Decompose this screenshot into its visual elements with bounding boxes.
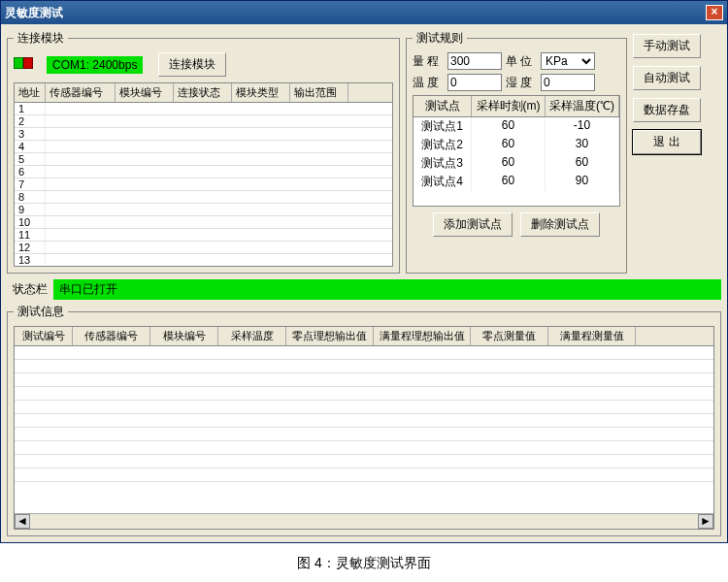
status-label: 状态栏 (7, 279, 53, 300)
column-header[interactable]: 采样温度(℃) (546, 96, 619, 116)
title-bar: 灵敏度测试 × (1, 1, 727, 24)
scroll-left-icon[interactable]: ◄ (15, 514, 30, 529)
save-data-button[interactable]: 数据存盘 (633, 98, 701, 122)
table-row[interactable]: 测试点46090 (414, 173, 619, 191)
module-grid-body[interactable]: 1234567891011121314 (15, 103, 392, 267)
port-status-icon (14, 57, 33, 72)
test-info-legend: 测试信息 (14, 304, 68, 320)
table-row[interactable]: 13 (15, 254, 392, 267)
column-header[interactable]: 零点理想输出值 (286, 327, 374, 345)
table-row[interactable] (15, 387, 713, 401)
status-bar: 串口已打开 (53, 279, 721, 300)
test-info-body[interactable] (15, 346, 713, 513)
table-row[interactable]: 11 (15, 229, 392, 242)
column-header[interactable]: 地址 (15, 83, 46, 102)
column-header[interactable]: 满量程理想输出值 (374, 327, 471, 345)
side-buttons: 手动测试 自动测试 数据存盘 退 出 (633, 30, 701, 274)
column-header[interactable]: 模块编号 (150, 327, 218, 345)
table-row[interactable] (15, 455, 713, 469)
window-frame: 灵敏度测试 × 连接模块 COM1: 2400bps 连接模块 地址传感器编号模… (0, 0, 728, 543)
table-row[interactable]: 9 (15, 204, 392, 216)
table-row[interactable]: 7 (15, 178, 392, 191)
column-header[interactable]: 输出范围 (290, 83, 348, 102)
figure-caption: 图 4：灵敏度测试界面 (0, 543, 728, 582)
humidity-label: 湿 度 (506, 75, 537, 91)
table-row[interactable]: 4 (15, 141, 392, 153)
scroll-right-icon[interactable]: ► (698, 514, 713, 529)
column-header[interactable]: 模块类型 (232, 83, 290, 102)
com-port-badge: COM1: 2400bps (47, 56, 143, 74)
table-row[interactable] (15, 360, 713, 373)
temp-input[interactable] (447, 74, 502, 91)
rules-legend: 测试规则 (413, 30, 467, 47)
module-grid[interactable]: 地址传感器编号模块编号连接状态模块类型输出范围 1234567891011121… (14, 82, 393, 267)
delete-testpoint-button[interactable]: 删除测试点 (520, 212, 600, 237)
table-row[interactable]: 6 (15, 166, 392, 178)
status-row: 状态栏 串口已打开 (7, 279, 721, 300)
add-testpoint-button[interactable]: 添加测试点 (433, 212, 513, 237)
column-header[interactable]: 测试点 (414, 96, 472, 116)
table-row[interactable]: 8 (15, 191, 392, 204)
auto-test-button[interactable]: 自动测试 (633, 66, 701, 90)
column-header[interactable]: 传感器编号 (73, 327, 150, 345)
range-label: 量 程 (413, 53, 444, 70)
table-row[interactable] (15, 441, 713, 455)
table-row[interactable] (15, 414, 713, 428)
test-info-group: 测试信息 测试编号传感器编号模块编号采样温度零点理想输出值满量程理想输出值零点测… (7, 304, 721, 536)
column-header[interactable]: 采样温度 (218, 327, 286, 345)
column-header[interactable]: 满量程测量值 (548, 327, 636, 345)
manual-test-button[interactable]: 手动测试 (633, 34, 701, 58)
table-row[interactable] (15, 346, 713, 360)
connect-button[interactable]: 连接模块 (158, 52, 226, 77)
connection-legend: 连接模块 (14, 30, 68, 47)
column-header[interactable]: 零点测量值 (471, 327, 548, 345)
test-info-grid[interactable]: 测试编号传感器编号模块编号采样温度零点理想输出值满量程理想输出值零点测量值满量程… (14, 326, 714, 530)
connection-group: 连接模块 COM1: 2400bps 连接模块 地址传感器编号模块编号连接状态模… (7, 30, 400, 274)
column-header[interactable]: 连接状态 (174, 83, 232, 102)
rules-group: 测试规则 量 程 单 位 KPa 温 度 湿 度 测试点采样时刻(m)采样温度(… (406, 30, 627, 274)
unit-label: 单 位 (506, 53, 537, 70)
unit-select[interactable]: KPa (541, 52, 595, 70)
table-row[interactable] (15, 469, 713, 482)
table-row[interactable]: 3 (15, 128, 392, 141)
temp-label: 温 度 (413, 75, 444, 91)
column-header[interactable]: 采样时刻(m) (472, 96, 546, 116)
exit-button[interactable]: 退 出 (633, 130, 701, 154)
close-icon[interactable]: × (706, 5, 723, 20)
column-header[interactable]: 模块编号 (116, 83, 174, 102)
table-row[interactable]: 12 (15, 242, 392, 254)
table-row[interactable] (15, 428, 713, 441)
table-row[interactable] (15, 373, 713, 387)
humidity-input[interactable] (541, 74, 595, 91)
horizontal-scrollbar[interactable]: ◄ ► (15, 513, 713, 529)
table-row[interactable]: 测试点36060 (414, 154, 619, 173)
column-header[interactable]: 传感器编号 (46, 83, 116, 102)
table-row[interactable]: 2 (15, 115, 392, 128)
table-row[interactable]: 测试点160-10 (414, 117, 619, 136)
table-row[interactable]: 测试点26030 (414, 136, 619, 154)
column-header[interactable]: 测试编号 (15, 327, 73, 345)
testpoint-grid[interactable]: 测试点采样时刻(m)采样温度(℃) 测试点160-10测试点26030测试点36… (413, 95, 620, 207)
table-row[interactable] (15, 401, 713, 414)
table-row[interactable]: 1 (15, 103, 392, 115)
window-title: 灵敏度测试 (5, 5, 63, 21)
table-row[interactable]: 10 (15, 216, 392, 229)
range-input[interactable] (447, 52, 502, 70)
table-row[interactable]: 5 (15, 153, 392, 166)
